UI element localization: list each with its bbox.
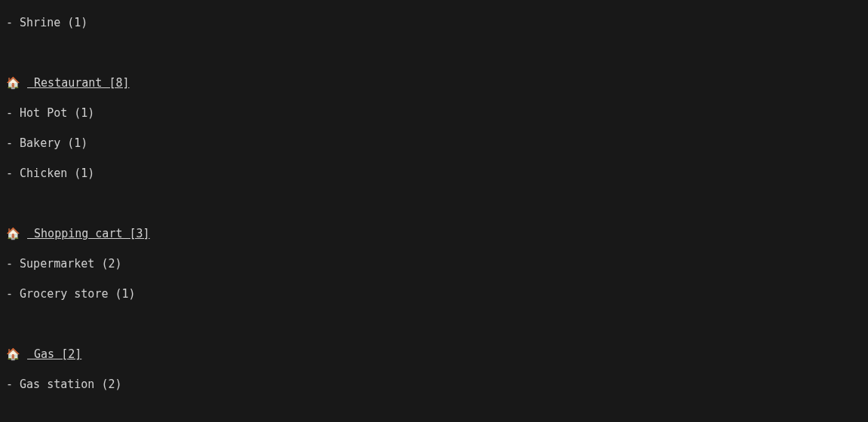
building-icon: 🏠 — [6, 347, 27, 362]
list-item: - Grocery store (1) — [6, 286, 862, 301]
blank-line — [6, 45, 862, 60]
list-item: - Gas station (2) — [6, 377, 862, 392]
list-item: - Supermarket (2) — [6, 256, 862, 271]
list-item: - Shrine (1) — [6, 15, 862, 30]
category-label: Gas [2] — [27, 347, 81, 361]
building-icon: 🏠 — [6, 75, 27, 90]
list-item: - Bakery (1) — [6, 136, 862, 151]
blank-line — [6, 196, 862, 211]
terminal-output[interactable]: - Shrine (1) 🏠 Restaurant [8] - Hot Pot … — [0, 0, 868, 422]
list-item: - Chicken (1) — [6, 166, 862, 181]
list-item: - Hot Pot (1) — [6, 106, 862, 121]
category-header: 🏠 Shopping cart [3] — [6, 226, 862, 241]
category-header: 🏠 Restaurant [8] — [6, 75, 862, 90]
blank-line — [6, 316, 862, 332]
blank-line — [6, 407, 862, 422]
category-header: 🏠 Gas [2] — [6, 347, 862, 362]
building-icon: 🏠 — [6, 226, 27, 241]
category-label: Shopping cart [3] — [27, 227, 150, 240]
category-label: Restaurant [8] — [27, 76, 129, 90]
